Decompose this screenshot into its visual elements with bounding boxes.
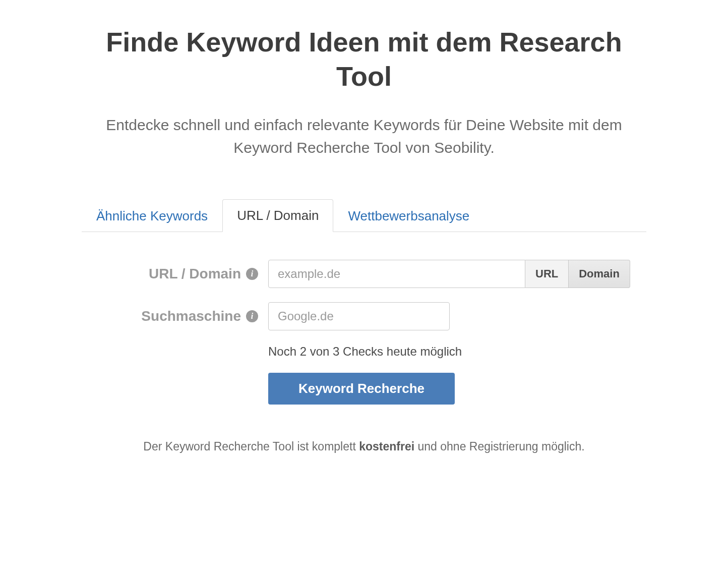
domain-toggle-button[interactable]: Domain [569,260,630,288]
status-row: Noch 2 von 3 Checks heute möglich [82,345,646,359]
url-domain-controls: URL Domain [268,260,646,288]
tab-competitor-analysis[interactable]: Wettbewerbsanalyse [333,199,484,232]
keyword-research-submit-button[interactable]: Keyword Recherche [268,373,455,405]
tab-url-domain[interactable]: URL / Domain [222,199,333,232]
footer-prefix: Der Keyword Recherche Tool ist komplett [143,440,359,453]
url-domain-input[interactable] [268,260,525,288]
url-toggle-button[interactable]: URL [525,260,569,288]
search-engine-label-text: Suchmaschine [141,308,241,324]
search-engine-row: Suchmaschine i [82,302,646,330]
search-engine-controls [268,302,646,330]
page-title: Finde Keyword Ideen mit dem Research Too… [82,25,646,93]
footer-bold: kostenfrei [359,440,414,453]
checks-remaining-text: Noch 2 von 3 Checks heute möglich [268,345,462,359]
search-engine-input[interactable] [268,302,450,330]
url-domain-row: URL / Domain i URL Domain [82,260,646,288]
submit-row: Keyword Recherche [82,373,646,405]
url-domain-label-text: URL / Domain [149,266,241,282]
page-subtitle: Entdecke schnell und einfach relevante K… [82,113,646,159]
search-engine-label: Suchmaschine i [82,308,268,324]
tab-similar-keywords[interactable]: Ähnliche Keywords [82,199,222,232]
footer-text: Der Keyword Recherche Tool ist komplett … [82,440,646,453]
footer-suffix: und ohne Registrierung möglich. [414,440,585,453]
url-domain-label: URL / Domain i [82,266,268,282]
info-icon[interactable]: i [246,268,258,280]
info-icon[interactable]: i [246,310,258,322]
tab-bar: Ähnliche Keywords URL / Domain Wettbewer… [82,199,646,232]
